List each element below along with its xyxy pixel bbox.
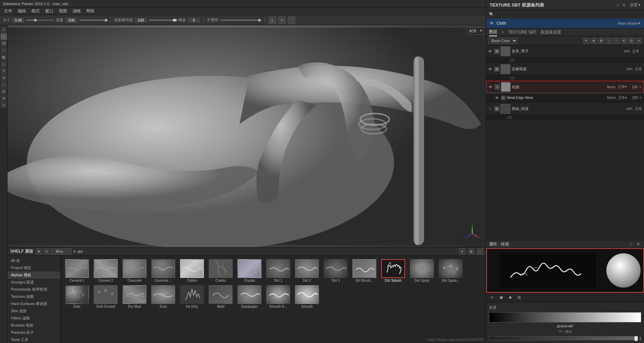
tool-user1[interactable]: ⊗ xyxy=(1,95,7,101)
layer-menu-btn[interactable]: ≡ xyxy=(636,38,642,44)
menu-view[interactable]: 视图 xyxy=(56,8,70,15)
shelf-item-dry-mud[interactable]: Dry Mud xyxy=(121,284,148,309)
shelf-item-concrete2[interactable]: Concrete ... xyxy=(150,258,177,283)
align-btn-2[interactable]: ◇ xyxy=(278,16,286,24)
grayscale-slider[interactable] xyxy=(489,336,638,340)
shelf-cat-brushes[interactable]: Brushes 笔刷 xyxy=(8,322,60,329)
shelf-item-cracks[interactable]: Cracks xyxy=(207,258,234,283)
shelf-cat-grunges[interactable]: Grunges 脏迹 xyxy=(8,279,60,286)
material-dropdown[interactable]: 材质 xyxy=(467,27,484,35)
tool-geometry[interactable]: △ xyxy=(1,61,7,67)
shelf-cat-project[interactable]: Project 项目 xyxy=(8,264,60,271)
layer-add-paint-btn[interactable]: ✎ xyxy=(583,38,589,44)
size-slider[interactable] xyxy=(26,20,54,21)
panel-expand-btn[interactable]: □ xyxy=(615,2,621,8)
layer-eye-5[interactable]: 👁 xyxy=(488,107,493,111)
shelf-search-close-icon[interactable]: ✕ xyxy=(73,249,76,254)
props-brush-icon[interactable]: ✏ xyxy=(489,294,496,301)
shelf-item-dirt3[interactable]: Dirt 3 xyxy=(322,258,349,283)
shelf-cat-skin[interactable]: Skin 皮肤 xyxy=(8,307,60,315)
viewport[interactable]: 材质 x Y z xyxy=(8,25,486,247)
size-value[interactable]: 3.05 xyxy=(12,18,24,23)
shelf-search-type[interactable]: Brus… xyxy=(51,249,72,255)
tool-pick[interactable]: ✦ xyxy=(1,68,7,74)
shelf-cat-procedurals[interactable]: Procedurals 程序校理 xyxy=(8,286,60,293)
layer-add-folder-btn[interactable]: ⊞ xyxy=(598,38,604,44)
shelf-item-dust[interactable]: Dust xyxy=(150,284,177,309)
shelf-item-dirt-spots[interactable]: Dirt Spots xyxy=(408,258,436,283)
tool-blur[interactable]: ○ xyxy=(1,81,7,88)
menu-window[interactable]: 窗口 xyxy=(42,8,56,15)
tab-texture-sbt[interactable]: TEXTURE SBT xyxy=(508,29,537,35)
shelf-item-dirt-spots2[interactable]: Dirt Spots... xyxy=(437,258,464,283)
layer-add-fill-btn[interactable]: ⊕ xyxy=(591,38,597,44)
props-close-btn[interactable]: ✕ xyxy=(635,241,641,247)
layer-delete-btn[interactable]: ✕ xyxy=(621,38,627,44)
shelf-close-btn[interactable]: ✕ xyxy=(459,249,465,255)
cloth-layer-row[interactable]: 👁 Cloth Main shader▾ xyxy=(486,18,644,28)
menu-filter[interactable]: 滤镜 xyxy=(70,8,83,15)
align-btn-1[interactable]: △ xyxy=(269,16,276,24)
layer-instance-btn[interactable]: ⊡ xyxy=(628,38,634,44)
shelf-cat-filters[interactable]: Filters 滤镜 xyxy=(8,315,60,322)
brush-depth-value[interactable]: 100 xyxy=(135,18,147,23)
layer-row-4[interactable]: 👁 fx Metal Edge Wear Norm 正常▾ 100 ✕ xyxy=(486,93,644,103)
search-icon[interactable]: 🔍 xyxy=(489,12,494,17)
shelf-item-smooth[interactable]: Smooth xyxy=(293,284,321,309)
shelf-filter-btn[interactable]: ▼ xyxy=(36,249,42,255)
layer-row-2[interactable]: 👁 ▤ 边缘痕迹 orm 正常 xyxy=(486,63,644,75)
tool-fill[interactable]: ▦ xyxy=(1,54,7,60)
tool-pointer[interactable]: ↖ xyxy=(1,27,7,33)
shelf-grid-btn[interactable]: ⊞ xyxy=(468,249,474,255)
menu-mode[interactable]: 模式 xyxy=(29,8,42,15)
shelf-item-ink-dirty[interactable]: Ink Dirty xyxy=(178,284,206,309)
shelf-item-cement1[interactable]: Cement 1 xyxy=(63,258,91,283)
shelf-item-dots[interactable]: Dots xyxy=(63,284,91,309)
shelf-item-cement2[interactable]: Cement 2 xyxy=(92,258,119,283)
tool-move[interactable]: ⊞ xyxy=(1,88,7,94)
brush-depth-slider[interactable] xyxy=(149,20,176,21)
shelf-item-dots-erased[interactable]: Dots Erased xyxy=(92,284,119,309)
shelf-cat-tools[interactable]: Tools 工具 xyxy=(8,336,60,343)
tool-eraser[interactable]: ⌫ xyxy=(1,40,7,47)
shelf-cat-hard-surfaces[interactable]: Hard Surfaces 硬表面 xyxy=(8,300,60,307)
menu-file[interactable]: 文件 xyxy=(1,8,15,15)
tool-brush[interactable]: ✏ xyxy=(1,34,7,40)
cloth-eye-icon[interactable]: 👁 xyxy=(490,21,494,26)
shelf-item-concrete[interactable]: Concrete xyxy=(121,258,148,283)
tool-smudge[interactable]: ~ xyxy=(1,47,7,53)
shelf-item-dirt-splash[interactable]: Dirt Splash xyxy=(379,258,407,283)
shelf-cat-alphas[interactable]: Alphas 透贴 xyxy=(8,271,60,279)
align-btn-3[interactable]: ⌒ xyxy=(288,16,295,24)
layer-up-btn[interactable]: ↑ xyxy=(606,38,612,44)
layer-eye-1[interactable]: 👁 xyxy=(488,49,493,53)
menu-help[interactable]: 帮助 xyxy=(83,8,97,15)
layer-blend-mode-3[interactable]: 正常▾ xyxy=(618,85,627,89)
shelf-cat-all[interactable]: All 全 xyxy=(8,257,60,264)
props-expand-btn[interactable]: □ xyxy=(628,241,634,247)
tool-clone[interactable]: ⊕ xyxy=(1,75,7,81)
shelf-cat-textures[interactable]: Textures 贴图 xyxy=(8,293,60,300)
shelf-item-dirt-brush[interactable]: Dirt Brush... xyxy=(351,258,378,283)
props-material-icon[interactable]: ■ xyxy=(507,294,514,301)
shelf-item-dirt2[interactable]: Dirt 2 xyxy=(293,258,321,283)
shelf-item-dirt1[interactable]: Dirt 1 xyxy=(265,258,292,283)
shelf-refresh-btn[interactable]: ↺ xyxy=(43,249,50,255)
layer-row-3[interactable]: 👁 ✎ 绘面 Norm 正常▾ 100 ✕ xyxy=(486,81,644,93)
cloth-shader[interactable]: Main shader▾ xyxy=(618,21,641,26)
props-texture-icon[interactable]: ⊞ xyxy=(516,294,523,301)
layer-row-5[interactable]: 👁 ▤ 基础_铠迷 orm 正常 xyxy=(486,103,644,115)
layer-row-1[interactable]: 👁 ▤ 皮革_带子 orm 正常 xyxy=(486,45,644,58)
layer-eye-4[interactable]: 👁 xyxy=(495,96,500,100)
layer-down-btn[interactable]: ↓ xyxy=(613,38,619,44)
opacity-slider[interactable] xyxy=(220,20,261,21)
layer-close-4[interactable]: ✕ xyxy=(639,96,642,100)
props-alpha-icon[interactable]: ⊕ xyxy=(498,294,505,301)
shelf-item-cotton[interactable]: Cotton xyxy=(178,258,206,283)
shelf-item-mold[interactable]: Mold xyxy=(207,284,234,309)
flow-slider[interactable] xyxy=(79,20,107,21)
tab-settings[interactable]: 权源条设置 xyxy=(541,29,561,36)
shelf-item-sandpaper[interactable]: Sandpaper xyxy=(236,284,263,309)
layer-eye-2[interactable]: 👁 xyxy=(488,67,493,71)
layer-eye-3[interactable]: 👁 xyxy=(489,85,493,89)
